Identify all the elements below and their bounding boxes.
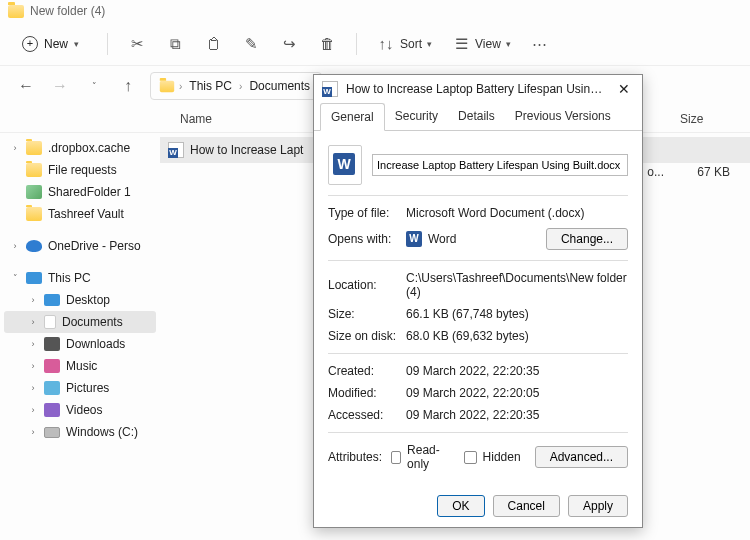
- modified-value: 09 March 2022, 22:20:05: [406, 386, 628, 400]
- forward-button[interactable]: →: [48, 77, 72, 95]
- tab-security[interactable]: Security: [385, 103, 448, 130]
- chevron-right-icon: ›: [28, 383, 38, 393]
- breadcrumb-item[interactable]: Documents: [246, 79, 313, 93]
- dialog-button-row: OK Cancel Apply: [314, 485, 642, 527]
- separator: [107, 33, 108, 55]
- created-value: 09 March 2022, 22:20:35: [406, 364, 628, 378]
- sidebar-item-label: Pictures: [66, 381, 109, 395]
- sidebar-item-desktop[interactable]: ›Desktop: [0, 289, 160, 311]
- location-label: Location:: [328, 278, 406, 292]
- close-icon[interactable]: ✕: [614, 81, 634, 97]
- chevron-right-icon: ›: [28, 295, 38, 305]
- checkbox-icon: [391, 451, 402, 464]
- sort-button[interactable]: ↑↓ Sort ▾: [377, 35, 432, 53]
- copy-icon[interactable]: ⧉: [166, 35, 184, 53]
- type-label: Type of file:: [328, 206, 406, 220]
- address-bar[interactable]: › This PC › Documents: [150, 72, 322, 100]
- readonly-checkbox[interactable]: Read-only: [391, 443, 450, 471]
- chevron-down-icon: ˅: [10, 273, 20, 283]
- drive-icon: [44, 427, 60, 438]
- cancel-button[interactable]: Cancel: [493, 495, 560, 517]
- sidebar-item-label: Desktop: [66, 293, 110, 307]
- view-button[interactable]: ☰ View ▾: [452, 35, 511, 53]
- opens-with-value: Word: [428, 232, 546, 246]
- type-value: Microsoft Word Document (.docx): [406, 206, 628, 220]
- plus-icon: +: [22, 36, 38, 52]
- sidebar-item-file-requests[interactable]: File requests: [0, 159, 160, 181]
- dialog-titlebar[interactable]: How to Increase Laptop Battery Lifespan …: [314, 75, 642, 103]
- sidebar-item-tashreef-vault[interactable]: Tashreef Vault: [0, 203, 160, 225]
- document-icon: [44, 315, 56, 329]
- chevron-right-icon: ›: [28, 427, 38, 437]
- window-titlebar: New folder (4): [0, 0, 750, 22]
- sidebar-item-onedrive[interactable]: ›OneDrive - Perso: [0, 235, 160, 257]
- chevron-right-icon: ›: [179, 81, 182, 92]
- word-doc-icon: [322, 81, 338, 97]
- tab-details[interactable]: Details: [448, 103, 505, 130]
- chevron-right-icon: ›: [28, 317, 38, 327]
- picture-icon: [26, 185, 42, 199]
- chevron-down-icon: ▾: [74, 39, 79, 49]
- sidebar-item-this-pc[interactable]: ˅This PC: [0, 267, 160, 289]
- column-size[interactable]: Size: [680, 112, 750, 126]
- sidebar-item-shared-folder[interactable]: SharedFolder 1: [0, 181, 160, 203]
- desktop-icon: [44, 294, 60, 306]
- new-button[interactable]: + New ▾: [14, 32, 87, 56]
- sidebar-item-label: File requests: [48, 163, 117, 177]
- folder-icon: [26, 141, 42, 155]
- chevron-right-icon: ›: [28, 339, 38, 349]
- sidebar-item-label: Downloads: [66, 337, 125, 351]
- dialog-title: How to Increase Laptop Battery Lifespan …: [346, 82, 608, 96]
- file-name: How to Increase Lapt: [190, 143, 303, 157]
- sidebar-item-windows-c[interactable]: ›Windows (C:): [0, 421, 160, 443]
- rename-icon[interactable]: ✎: [242, 35, 260, 53]
- sidebar-item-downloads[interactable]: ›Downloads: [0, 333, 160, 355]
- sidebar-item-label: SharedFolder 1: [48, 185, 131, 199]
- cloud-icon: [26, 240, 42, 252]
- location-value: C:\Users\Tashreef\Documents\New folder (…: [406, 271, 628, 299]
- hidden-checkbox[interactable]: Hidden: [464, 450, 521, 464]
- more-icon[interactable]: ⋯: [531, 35, 549, 53]
- size-value: 66.1 KB (67,748 bytes): [406, 307, 628, 321]
- apply-button[interactable]: Apply: [568, 495, 628, 517]
- chevron-right-icon: ›: [10, 241, 20, 251]
- tab-general[interactable]: General: [320, 103, 385, 131]
- new-label: New: [44, 37, 68, 51]
- attributes-label: Attributes:: [328, 450, 391, 464]
- filename-input[interactable]: [372, 154, 628, 176]
- share-icon[interactable]: ↪: [280, 35, 298, 53]
- sidebar-item-music[interactable]: ›Music: [0, 355, 160, 377]
- sidebar-item-label: Videos: [66, 403, 102, 417]
- view-label: View: [475, 37, 501, 51]
- ok-button[interactable]: OK: [437, 495, 484, 517]
- column-name[interactable]: Name: [0, 112, 300, 126]
- chevron-right-icon: ›: [239, 81, 242, 92]
- sidebar-item-dropbox-cache[interactable]: ›.dropbox.cache: [0, 137, 160, 159]
- advanced-button[interactable]: Advanced...: [535, 446, 628, 468]
- chevron-right-icon: ›: [28, 405, 38, 415]
- word-badge-icon: W: [406, 231, 422, 247]
- sidebar-item-videos[interactable]: ›Videos: [0, 399, 160, 421]
- sidebar-item-label: .dropbox.cache: [48, 141, 130, 155]
- sidebar-item-label: This PC: [48, 271, 91, 285]
- sidebar-item-documents[interactable]: ›Documents: [4, 311, 156, 333]
- separator: [356, 33, 357, 55]
- chevron-down-icon: ▾: [506, 39, 511, 49]
- delete-icon[interactable]: 🗑︎: [318, 35, 336, 53]
- back-button[interactable]: ←: [14, 77, 38, 95]
- properties-dialog: How to Increase Laptop Battery Lifespan …: [313, 74, 643, 528]
- sidebar-item-label: Documents: [62, 315, 123, 329]
- change-button[interactable]: Change...: [546, 228, 628, 250]
- cut-icon[interactable]: ✂: [128, 35, 146, 53]
- chevron-right-icon: ›: [10, 143, 20, 153]
- music-icon: [44, 359, 60, 373]
- sidebar-item-pictures[interactable]: ›Pictures: [0, 377, 160, 399]
- videos-icon: [44, 403, 60, 417]
- up-button[interactable]: ˅: [82, 81, 106, 91]
- tab-previous-versions[interactable]: Previous Versions: [505, 103, 621, 130]
- up-arrow-button[interactable]: ↑: [116, 77, 140, 95]
- breadcrumb-item[interactable]: This PC: [186, 79, 235, 93]
- folder-icon: [160, 80, 174, 92]
- paste-icon[interactable]: 📋︎: [204, 35, 222, 53]
- disk-value: 68.0 KB (69,632 bytes): [406, 329, 628, 343]
